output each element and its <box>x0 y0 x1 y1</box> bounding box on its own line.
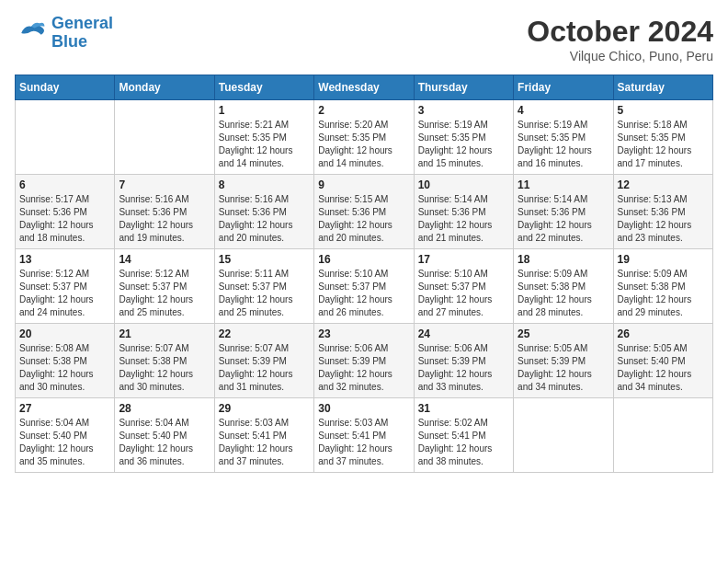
day-number: 28 <box>119 402 210 415</box>
calendar-cell: 22Sunrise: 5:07 AMSunset: 5:39 PMDayligh… <box>214 324 313 398</box>
day-number: 12 <box>618 178 709 191</box>
day-info: Sunrise: 5:15 AMSunset: 5:36 PMDaylight:… <box>318 193 409 245</box>
day-info: Sunrise: 5:20 AMSunset: 5:35 PMDaylight:… <box>318 119 409 170</box>
day-number: 13 <box>19 253 110 266</box>
calendar-cell: 10Sunrise: 5:14 AMSunset: 5:36 PMDayligh… <box>414 175 513 249</box>
calendar-week-1: 1Sunrise: 5:21 AMSunset: 5:35 PMDaylight… <box>16 100 713 175</box>
title-block: October 2024 Vilque Chico, Puno, Peru <box>527 15 713 63</box>
day-number: 17 <box>418 253 509 266</box>
day-info: Sunrise: 5:09 AMSunset: 5:38 PMDaylight:… <box>618 268 709 319</box>
day-info: Sunrise: 5:12 AMSunset: 5:37 PMDaylight:… <box>119 268 210 319</box>
day-number: 23 <box>318 327 409 340</box>
day-info: Sunrise: 5:04 AMSunset: 5:40 PMDaylight:… <box>19 417 110 468</box>
logo-text: General Blue <box>51 15 113 52</box>
col-saturday: Saturday <box>613 75 712 100</box>
day-info: Sunrise: 5:12 AMSunset: 5:37 PMDaylight:… <box>19 268 110 319</box>
calendar-cell: 15Sunrise: 5:11 AMSunset: 5:37 PMDayligh… <box>214 249 313 324</box>
calendar-cell: 9Sunrise: 5:15 AMSunset: 5:36 PMDaylight… <box>314 175 414 249</box>
calendar-cell: 28Sunrise: 5:04 AMSunset: 5:40 PMDayligh… <box>115 398 214 473</box>
day-number: 1 <box>219 104 310 117</box>
day-number: 19 <box>618 253 709 266</box>
col-wednesday: Wednesday <box>314 75 414 100</box>
day-info: Sunrise: 5:13 AMSunset: 5:36 PMDaylight:… <box>618 193 709 245</box>
day-number: 31 <box>418 402 509 415</box>
calendar-cell: 21Sunrise: 5:07 AMSunset: 5:38 PMDayligh… <box>115 324 214 398</box>
day-number: 11 <box>518 178 609 191</box>
day-number: 4 <box>518 104 609 117</box>
calendar-cell: 18Sunrise: 5:09 AMSunset: 5:38 PMDayligh… <box>514 249 613 324</box>
day-info: Sunrise: 5:05 AMSunset: 5:39 PMDaylight:… <box>518 342 609 394</box>
day-number: 25 <box>518 327 609 340</box>
col-tuesday: Tuesday <box>214 75 313 100</box>
day-info: Sunrise: 5:07 AMSunset: 5:38 PMDaylight:… <box>119 342 210 394</box>
calendar-week-4: 20Sunrise: 5:08 AMSunset: 5:38 PMDayligh… <box>16 324 713 398</box>
calendar-cell: 12Sunrise: 5:13 AMSunset: 5:36 PMDayligh… <box>613 175 712 249</box>
day-number: 21 <box>119 327 210 340</box>
day-info: Sunrise: 5:16 AMSunset: 5:36 PMDaylight:… <box>119 193 210 245</box>
calendar-cell: 19Sunrise: 5:09 AMSunset: 5:38 PMDayligh… <box>613 249 712 324</box>
day-info: Sunrise: 5:11 AMSunset: 5:37 PMDaylight:… <box>219 268 310 319</box>
day-number: 30 <box>318 402 409 415</box>
calendar-week-5: 27Sunrise: 5:04 AMSunset: 5:40 PMDayligh… <box>16 398 713 473</box>
calendar-week-2: 6Sunrise: 5:17 AMSunset: 5:36 PMDaylight… <box>16 175 713 249</box>
col-friday: Friday <box>514 75 613 100</box>
day-number: 15 <box>219 253 310 266</box>
day-number: 22 <box>219 327 310 340</box>
col-sunday: Sunday <box>16 75 115 100</box>
col-monday: Monday <box>115 75 214 100</box>
calendar-cell: 11Sunrise: 5:14 AMSunset: 5:36 PMDayligh… <box>514 175 613 249</box>
day-info: Sunrise: 5:07 AMSunset: 5:39 PMDaylight:… <box>219 342 310 394</box>
calendar-cell <box>115 100 214 175</box>
month-title: October 2024 <box>527 15 713 49</box>
day-info: Sunrise: 5:03 AMSunset: 5:41 PMDaylight:… <box>219 417 310 468</box>
day-info: Sunrise: 5:19 AMSunset: 5:35 PMDaylight:… <box>418 119 509 170</box>
page-header: General Blue October 2024 Vilque Chico, … <box>15 15 713 63</box>
day-info: Sunrise: 5:19 AMSunset: 5:35 PMDaylight:… <box>518 119 609 170</box>
logo-bird-icon <box>15 17 48 50</box>
calendar-cell: 13Sunrise: 5:12 AMSunset: 5:37 PMDayligh… <box>16 249 115 324</box>
day-number: 7 <box>119 178 210 191</box>
calendar-cell: 2Sunrise: 5:20 AMSunset: 5:35 PMDaylight… <box>314 100 414 175</box>
calendar-cell <box>514 398 613 473</box>
calendar-cell: 30Sunrise: 5:03 AMSunset: 5:41 PMDayligh… <box>314 398 414 473</box>
calendar-cell: 25Sunrise: 5:05 AMSunset: 5:39 PMDayligh… <box>514 324 613 398</box>
calendar-cell: 14Sunrise: 5:12 AMSunset: 5:37 PMDayligh… <box>115 249 214 324</box>
day-number: 20 <box>19 327 110 340</box>
calendar-header-row: Sunday Monday Tuesday Wednesday Thursday… <box>16 75 713 100</box>
calendar-cell: 27Sunrise: 5:04 AMSunset: 5:40 PMDayligh… <box>16 398 115 473</box>
calendar-cell: 3Sunrise: 5:19 AMSunset: 5:35 PMDaylight… <box>414 100 513 175</box>
day-number: 2 <box>318 104 409 117</box>
calendar-cell: 31Sunrise: 5:02 AMSunset: 5:41 PMDayligh… <box>414 398 513 473</box>
day-number: 18 <box>518 253 609 266</box>
day-number: 6 <box>19 178 110 191</box>
calendar-cell: 16Sunrise: 5:10 AMSunset: 5:37 PMDayligh… <box>314 249 414 324</box>
calendar-cell: 26Sunrise: 5:05 AMSunset: 5:40 PMDayligh… <box>613 324 712 398</box>
day-info: Sunrise: 5:05 AMSunset: 5:40 PMDaylight:… <box>618 342 709 394</box>
day-number: 27 <box>19 402 110 415</box>
day-info: Sunrise: 5:09 AMSunset: 5:38 PMDaylight:… <box>518 268 609 319</box>
calendar-cell: 6Sunrise: 5:17 AMSunset: 5:36 PMDaylight… <box>16 175 115 249</box>
calendar-cell: 17Sunrise: 5:10 AMSunset: 5:37 PMDayligh… <box>414 249 513 324</box>
day-info: Sunrise: 5:10 AMSunset: 5:37 PMDaylight:… <box>418 268 509 319</box>
day-info: Sunrise: 5:21 AMSunset: 5:35 PMDaylight:… <box>219 119 310 170</box>
logo: General Blue <box>15 15 113 52</box>
day-number: 10 <box>418 178 509 191</box>
day-number: 14 <box>119 253 210 266</box>
calendar-cell <box>16 100 115 175</box>
day-info: Sunrise: 5:08 AMSunset: 5:38 PMDaylight:… <box>19 342 110 394</box>
day-number: 29 <box>219 402 310 415</box>
calendar-cell: 1Sunrise: 5:21 AMSunset: 5:35 PMDaylight… <box>214 100 313 175</box>
day-info: Sunrise: 5:14 AMSunset: 5:36 PMDaylight:… <box>418 193 509 245</box>
day-number: 3 <box>418 104 509 117</box>
day-number: 16 <box>318 253 409 266</box>
calendar-cell: 29Sunrise: 5:03 AMSunset: 5:41 PMDayligh… <box>214 398 313 473</box>
calendar-cell: 4Sunrise: 5:19 AMSunset: 5:35 PMDaylight… <box>514 100 613 175</box>
day-info: Sunrise: 5:10 AMSunset: 5:37 PMDaylight:… <box>318 268 409 319</box>
day-number: 24 <box>418 327 509 340</box>
calendar-week-3: 13Sunrise: 5:12 AMSunset: 5:37 PMDayligh… <box>16 249 713 324</box>
calendar-cell: 24Sunrise: 5:06 AMSunset: 5:39 PMDayligh… <box>414 324 513 398</box>
col-thursday: Thursday <box>414 75 513 100</box>
calendar-cell <box>613 398 712 473</box>
day-info: Sunrise: 5:14 AMSunset: 5:36 PMDaylight:… <box>518 193 609 245</box>
calendar-cell: 8Sunrise: 5:16 AMSunset: 5:36 PMDaylight… <box>214 175 313 249</box>
